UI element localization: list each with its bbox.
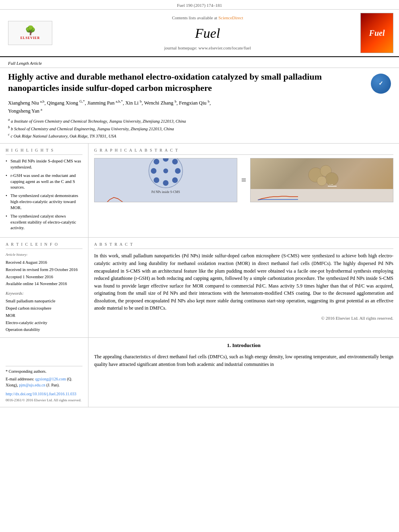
crossmark-badge[interactable]: ✓ — [371, 74, 391, 94]
graphical-abstract-label: G R A P H I C A L A B S T R A C T — [94, 148, 393, 155]
highlights-label: H I G H L I G H T S — [6, 148, 82, 155]
journal-title: Fuel — [195, 24, 220, 43]
highlights-graphical-section: H I G H L I G H T S Small Pd NPs inside … — [0, 144, 399, 238]
article-dates: Received 4 August 2016 Received in revis… — [6, 259, 82, 288]
svg-point-1 — [154, 159, 159, 164]
svg-point-3 — [172, 159, 178, 164]
journal-header: 🌳 ELSEVIER Contents lists available at S… — [0, 10, 399, 57]
intro-right-column: 1. Introduction The appealing characteri… — [88, 338, 399, 407]
elsevier-label: ELSEVIER — [21, 36, 40, 40]
author-pan: Jianming Pan a,b,*, — [87, 100, 125, 106]
highlight-item-4: The synthesized catalyst shows excellent… — [6, 213, 82, 231]
email-label: E-mail addresses: — [6, 377, 34, 381]
highlights-list: Small Pd NPs inside S-doped CMS was synt… — [6, 158, 82, 231]
crossmark-icon: ✓ — [378, 80, 383, 88]
email-name-pan: (J. Pan). — [46, 383, 60, 387]
highlight-item-2: r-GSH was used as the reductant and capp… — [6, 173, 82, 191]
tree-icon: 🌳 — [25, 26, 36, 35]
authors-line: Xiangheng Niu a,b, Qingang Xiong G,*, Ji… — [8, 99, 367, 115]
intro-left-column: * Corresponding authors. E-mail addresse… — [0, 338, 88, 407]
keyword-5: Operation durability — [6, 326, 82, 333]
svg-text:1 μm: 1 μm — [329, 183, 333, 185]
email-pan[interactable]: pjm@ujs.edu.cn — [19, 383, 45, 387]
abstract-text: In this work, small palladium nanopartic… — [94, 252, 393, 312]
svg-point-4 — [175, 168, 181, 174]
citation-bar: Fuel 190 (2017) 174–181 — [0, 0, 399, 10]
article-info-abstract-section: A R T I C L E I N F O Article history: R… — [0, 238, 399, 338]
journal-cover-image: Fuel — [360, 13, 393, 53]
article-type-label: Full Length Article — [0, 57, 399, 68]
email-xiong[interactable]: qgxiong@126.com — [35, 377, 66, 381]
ga-sphere-container — [148, 158, 184, 189]
affiliation-b: b b School of Chemistry and Chemical Eng… — [8, 125, 367, 132]
journal-cover-section: Fuel — [359, 13, 395, 53]
received-date: Received 4 August 2016 — [6, 259, 82, 266]
journal-homepage: journal homepage: www.elsevier.com/locat… — [164, 45, 251, 51]
ga-right-panel: 1 μm Excellent Durability! — [250, 158, 393, 202]
author-niu: Xiangheng Niu a,b, — [8, 100, 47, 106]
accepted-date: Accepted 1 November 2016 — [6, 273, 82, 281]
article-title-section: Highly active and durable methanol elect… — [0, 68, 399, 144]
graphical-abstract-image: Pd NPs inside S-CMS High Activity! ≡ — [94, 158, 393, 202]
svg-point-9 — [163, 168, 168, 173]
affiliation-c: c c Oak Ridge National Laboratory, Oak R… — [8, 132, 367, 139]
intro-footnotes: * Corresponding authors. E-mail addresse… — [6, 342, 82, 403]
article-title: Highly active and durable methanol elect… — [8, 71, 367, 94]
author-qiu: Fengxian Qiu b, — [179, 100, 211, 106]
article-history-label: Article history: — [6, 252, 82, 257]
abstract-label: A B S T R A C T — [94, 242, 393, 249]
abstract-column: A B S T R A C T In this work, small pall… — [88, 238, 399, 337]
ga-left-label: Pd NPs inside S-CMS — [151, 190, 180, 194]
ga-right-chart: Excellent Durability! — [258, 190, 386, 202]
svg-point-8 — [151, 168, 156, 174]
intro-heading: 1. Introduction — [94, 342, 393, 349]
intro-text: The appealing characteristics of direct … — [94, 353, 393, 368]
corresponding-label: * Corresponding authors. — [6, 369, 82, 374]
ga-right-chart-svg — [258, 190, 386, 202]
author-li: Xin Li b, — [125, 100, 144, 106]
author-zhang: Wenchi Zhang b, — [144, 100, 179, 106]
keyword-4: Electro-catalytic activity — [6, 319, 82, 327]
highlight-item-1: Small Pd NPs inside S-doped CMS was synt… — [6, 158, 82, 170]
sciencedirect-link[interactable]: ScienceDirect — [218, 15, 243, 20]
affiliation-a: a a Institute of Green Chemistry and Che… — [8, 117, 367, 124]
revised-date: Received in revised form 29 October 2016 — [6, 266, 82, 273]
ga-equals: ≡ — [240, 174, 248, 187]
graphical-abstract-column: G R A P H I C A L A B S T R A C T — [88, 144, 399, 237]
ga-sphere-svg — [148, 158, 184, 189]
article-title-text: Highly active and durable methanol elect… — [8, 71, 367, 139]
ga-right-svg: 1 μm — [304, 159, 340, 189]
footnote-emails: E-mail addresses: qgxiong@126.com (Q. Xi… — [6, 376, 82, 388]
author-yan: Yongsheng Yan a — [8, 108, 42, 114]
abstract-copyright: © 2016 Elsevier Ltd. All rights reserved… — [94, 315, 393, 321]
introduction-section: * Corresponding authors. E-mail addresse… — [0, 338, 399, 407]
author-xiong: Qingang Xiong G,*, — [47, 100, 87, 106]
sciencedirect-line: Contents lists available at ScienceDirec… — [172, 15, 243, 21]
intro-section-number: 1. — [227, 342, 231, 348]
contents-text: Contents lists available at — [172, 15, 217, 20]
highlights-column: H I G H L I G H T S Small Pd NPs inside … — [0, 144, 88, 237]
article-info-column: A R T I C L E I N F O Article history: R… — [0, 238, 88, 337]
ga-left-panel: Pd NPs inside S-CMS High Activity! — [94, 158, 237, 202]
keyword-3: MOR — [6, 312, 82, 319]
elsevier-logo: 🌳 ELSEVIER — [8, 21, 52, 45]
cover-journal-name: Fuel — [369, 27, 385, 39]
ga-right-image: 1 μm — [251, 158, 393, 189]
svg-point-7 — [154, 177, 159, 183]
svg-point-6 — [163, 180, 169, 186]
citation-text: Fuel 190 (2017) 174–181 — [177, 3, 222, 8]
keywords-label: Keywords: — [6, 291, 82, 297]
article-info-label: A R T I C L E I N F O — [6, 242, 82, 249]
highlight-item-3: The synthesized catalyst demonstrates hi… — [6, 193, 82, 211]
doi-anchor[interactable]: http://dx.doi.org/10.1016/j.fuel.2016.11… — [6, 392, 76, 396]
elsevier-logo-section: 🌳 ELSEVIER — [4, 13, 56, 53]
keyword-1: Small palladium nanoparticle — [6, 298, 82, 305]
affiliations: a a Institute of Green Chemistry and Che… — [8, 117, 367, 139]
journal-center: Contents lists available at ScienceDirec… — [60, 13, 356, 53]
intro-section-title: Introduction — [232, 342, 261, 348]
footnotes-section: * Corresponding authors. E-mail addresse… — [6, 366, 82, 403]
ga-left-chart-svg — [102, 195, 230, 202]
doi-link: http://dx.doi.org/10.1016/j.fuel.2016.11… — [6, 391, 82, 397]
issn-line: 0016-2361/© 2016 Elsevier Ltd. All right… — [6, 398, 82, 403]
ga-left-chart: High Activity! — [102, 195, 230, 202]
